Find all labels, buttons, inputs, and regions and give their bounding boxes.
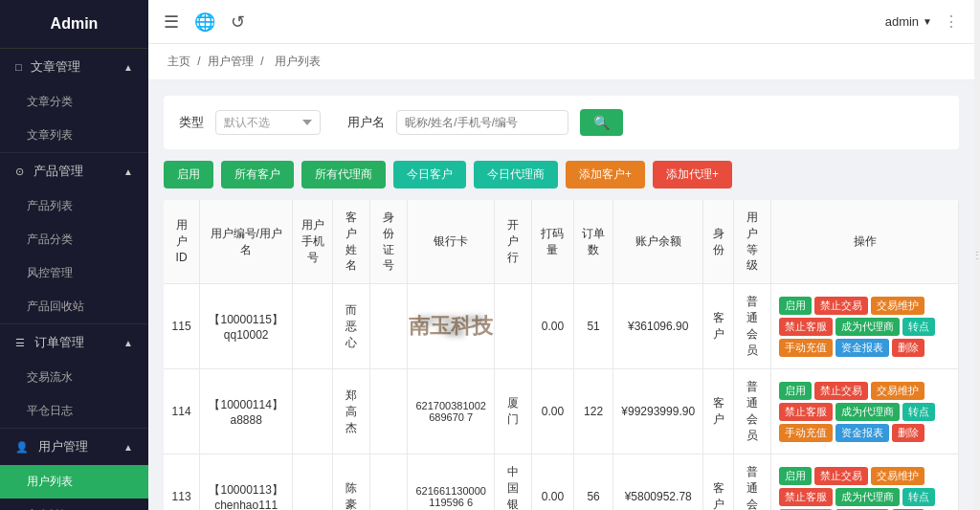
menu-icon[interactable]: ☰ [164, 11, 179, 33]
topbar-user[interactable]: admin [885, 14, 919, 29]
op-financial-report[interactable]: 资金报表 [835, 424, 889, 442]
breadcrumb-sep-2: / [260, 55, 267, 68]
op-transfer[interactable]: 转点 [902, 403, 935, 421]
add-agent-button[interactable]: 添加代理+ [653, 161, 732, 188]
cell-amount: 0.00 [532, 455, 574, 510]
sidebar-item-risk-control[interactable]: 风控管理 [0, 256, 148, 290]
sidebar-item-article-category[interactable]: 文章分类 [0, 85, 148, 119]
sidebar-item-product-recycle[interactable]: 产品回收站 [0, 290, 148, 323]
cell-phone [293, 455, 333, 510]
cell-ops: 启用 禁止交易 交易维护 禁止客服 成为代理商 转点 手动充值 资金报表 删除 [771, 284, 959, 369]
arrow-icon: ▲ [123, 62, 133, 73]
op-transfer[interactable]: 转点 [902, 488, 935, 506]
col-header-number: 用户编号/用户名 [200, 200, 293, 284]
cell-bank [495, 284, 532, 369]
user-dropdown-icon[interactable]: ▼ [923, 16, 932, 27]
op-ban-trade[interactable]: 禁止交易 [814, 297, 868, 315]
op-enable[interactable]: 启用 [779, 382, 812, 400]
all-agents-button[interactable]: 所有代理商 [301, 161, 386, 188]
sidebar: Admin □ 文章管理 ▲ 文章分类 文章列表 ⊙ 产品管理 ▲ 产品列表 产… [0, 0, 148, 510]
cell-phone [293, 284, 333, 369]
all-customers-button[interactable]: 所有客户 [221, 161, 294, 188]
sidebar-group-orders-title[interactable]: ☰ 订单管理 ▲ [0, 324, 148, 361]
col-header-orders: 订单数 [573, 200, 612, 284]
sidebar-group-users: 👤 用户管理 ▲ 用户列表 实名认证 入金列表 [0, 429, 148, 510]
col-header-bank: 开户行 [495, 200, 532, 284]
sidebar-item-transactions[interactable]: 交易流水 [0, 361, 148, 394]
op-become-agent[interactable]: 成为代理商 [835, 403, 900, 421]
op-trade-maintain[interactable]: 交易维护 [871, 382, 924, 400]
sidebar-group-products-title[interactable]: ⊙ 产品管理 ▲ [0, 153, 148, 189]
op-become-agent[interactable]: 成为代理商 [835, 318, 900, 336]
op-ban-service[interactable]: 禁止客服 [779, 403, 833, 421]
sidebar-group-users-title[interactable]: 👤 用户管理 ▲ [0, 429, 148, 465]
table-row: 113 【10000113】 chenhao111 陈豪 62166113000… [164, 455, 959, 510]
sidebar-item-product-list[interactable]: 产品列表 [0, 189, 148, 223]
cell-bank: 厦门 [495, 369, 532, 455]
cell-idcard [370, 369, 408, 455]
topbar-more-icon[interactable]: ⋮ [944, 12, 959, 31]
cell-bankcard: 621661130000119596 6 [408, 455, 495, 510]
op-trade-maintain[interactable]: 交易维护 [871, 467, 924, 485]
op-ban-service[interactable]: 禁止客服 [779, 488, 833, 506]
search-button[interactable]: 🔍 [580, 109, 623, 136]
resize-handle[interactable]: ⋮ [974, 0, 980, 510]
op-delete[interactable]: 删除 [892, 424, 924, 442]
sidebar-item-article-list[interactable]: 文章列表 [0, 119, 148, 152]
op-enable[interactable]: 启用 [779, 297, 812, 315]
type-select[interactable]: 默认不选 [215, 110, 321, 135]
sidebar-item-real-name[interactable]: 实名认证 [0, 499, 148, 510]
sidebar-group-articles-title[interactable]: □ 文章管理 ▲ [0, 49, 148, 85]
breadcrumb-home[interactable]: 主页 [167, 55, 190, 68]
op-buttons-row2: 启用 禁止交易 交易维护 禁止客服 成为代理商 转点 手动充值 资金报表 删除 [779, 467, 950, 510]
main-content: ☰ 🌐 ↺ admin ▼ ⋮ 主页 / 用户管理 / 用户列表 类型 默认不选… [148, 0, 974, 510]
col-header-idcard: 身份证号 [370, 200, 408, 284]
sidebar-item-user-list[interactable]: 用户列表 [0, 465, 148, 499]
op-ban-trade[interactable]: 禁止交易 [814, 467, 868, 485]
today-agents-button[interactable]: 今日代理商 [474, 161, 558, 188]
today-customers-button[interactable]: 今日客户 [393, 161, 466, 188]
cell-ops: 启用 禁止交易 交易维护 禁止客服 成为代理商 转点 手动充值 资金报表 删除 [771, 455, 959, 510]
cell-id: 114 [164, 369, 200, 455]
op-ban-service[interactable]: 禁止客服 [779, 318, 833, 336]
all-users-button[interactable]: 启用 [164, 161, 213, 188]
col-header-balance: 账户余额 [613, 200, 703, 284]
op-ban-trade[interactable]: 禁止交易 [814, 382, 868, 400]
users-table-container: 用户ID 用户编号/用户名 用户手机号 客户姓名 身份证号 银行卡 开户行 打码… [164, 200, 959, 510]
sidebar-item-close-log[interactable]: 平仓日志 [0, 394, 148, 428]
op-transfer[interactable]: 转点 [902, 318, 935, 336]
sidebar-group-orders: ☰ 订单管理 ▲ 交易流水 平仓日志 [0, 324, 148, 429]
cell-bank: 中国银行 [495, 455, 532, 510]
cell-amount: 0.00 [532, 284, 574, 369]
col-header-level: 用户等级 [734, 200, 771, 284]
col-header-role: 身份 [703, 200, 734, 284]
refresh-icon[interactable]: ↺ [231, 11, 245, 33]
op-trade-maintain[interactable]: 交易维护 [871, 297, 924, 315]
op-become-agent[interactable]: 成为代理商 [835, 488, 900, 506]
arrow-icon-3: ▲ [123, 338, 133, 348]
action-bar: 启用 所有客户 所有代理商 今日客户 今日代理商 添加客户+ 添加代理+ [164, 161, 959, 188]
cell-idcard [370, 455, 408, 510]
op-financial-report[interactable]: 资金报表 [835, 339, 889, 357]
op-recharge[interactable]: 手动充值 [779, 339, 833, 357]
op-delete[interactable]: 删除 [892, 339, 924, 357]
op-enable[interactable]: 启用 [779, 467, 812, 485]
cell-name: 郑高杰 [333, 369, 370, 455]
cell-orders: 51 [573, 284, 612, 369]
cell-name: 而恶心 [333, 284, 370, 369]
cell-name: 陈豪 [333, 455, 370, 510]
sidebar-item-product-category[interactable]: 产品分类 [0, 223, 148, 256]
op-recharge[interactable]: 手动充值 [779, 424, 833, 442]
username-input[interactable] [396, 110, 568, 135]
product-icon: ⊙ [15, 166, 24, 177]
cell-amount: 0.00 [532, 369, 574, 455]
users-table: 用户ID 用户编号/用户名 用户手机号 客户姓名 身份证号 银行卡 开户行 打码… [164, 200, 959, 510]
col-header-bankcard: 银行卡 [408, 200, 495, 284]
globe-icon[interactable]: 🌐 [194, 11, 215, 33]
cell-level: 普通会员 [734, 284, 771, 369]
breadcrumb-user-mgmt[interactable]: 用户管理 [208, 55, 254, 68]
topbar: ☰ 🌐 ↺ admin ▼ ⋮ [148, 0, 974, 44]
user-icon: 👤 [15, 441, 29, 453]
sidebar-group-articles: □ 文章管理 ▲ 文章分类 文章列表 [0, 49, 148, 153]
add-customer-button[interactable]: 添加客户+ [566, 161, 645, 188]
